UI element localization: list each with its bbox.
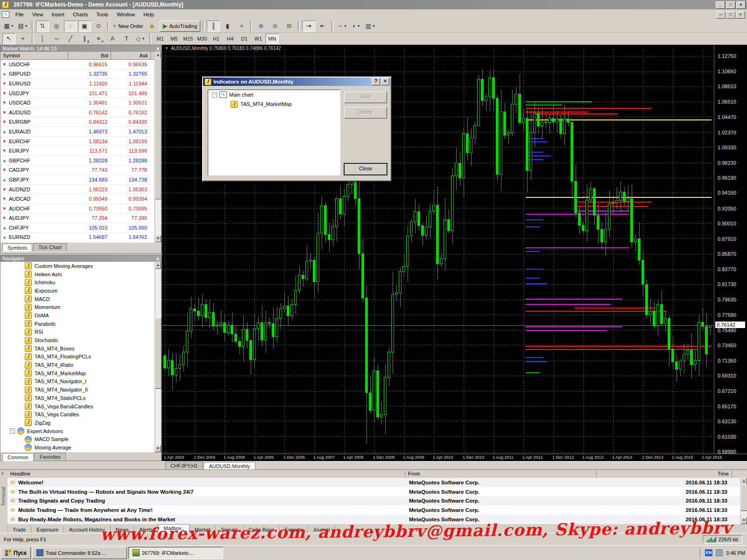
menu-window[interactable]: Window [113,10,139,19]
vertical-line-tool[interactable]: │ [36,33,49,44]
chart-tab-chfjpy-h1[interactable]: CHFJPY,H1 [165,462,203,469]
new-chart-button[interactable]: ▦▼ [2,21,15,32]
navigator-toggle[interactable]: ☆ [64,21,77,32]
templates-button[interactable]: ▥▼ [364,21,377,32]
navigator-item-macd[interactable]: fMACD [0,295,161,303]
delete-button[interactable]: Delete [344,107,387,119]
timeframe-w1[interactable]: W1 [252,34,265,44]
navigator-item-tas-vega-candles[interactable]: fTAS_Vega Candles [0,410,161,419]
mail-row[interactable]: ✉Mobile Trading — Trade from Anywhere at… [7,505,740,515]
column-headline[interactable]: Headline [7,470,405,478]
mail-row[interactable]: ✉Trading Signals and Copy TradingMetaQuo… [7,497,740,506]
terminal-tab-signals[interactable]: Signals [216,526,243,533]
timeframe-h1[interactable]: H1 [210,34,223,44]
zoom-in-button[interactable]: ⊕ [254,21,268,32]
column-time[interactable]: Time [597,470,732,478]
navigator-item-momentum[interactable]: fMomentum [0,303,161,311]
bar-chart-button[interactable]: ║ [207,21,220,32]
navigator-item-parabolic[interactable]: fParabolic [0,320,161,328]
tray-icon[interactable] [716,549,723,556]
symbol-row-eurgbp[interactable]: ▼EURGBP0.843120.84330 [0,118,161,127]
menu-charts[interactable]: Charts [69,10,92,19]
chart-tab-audusd-monthly[interactable]: AUDUSD,Monthly [204,462,255,470]
timeframe-m1[interactable]: M1 [154,34,167,44]
navigator-item-zigzag[interactable]: fZigZag [0,419,161,427]
menu-file[interactable]: File [11,10,28,19]
taskbar-app-0[interactable]: Total Commander 8.52a ... [32,547,127,559]
symbol-row-cadjpy[interactable]: ▼CADJPY77.74377.778 [0,166,161,175]
crosshair-tool[interactable]: + [16,33,29,44]
indicators-button[interactable]: ∼▼ [336,21,349,32]
navigator-item-tas-mt4-navigator-ii[interactable]: fTAS_MT4_Navigator_II [0,385,161,394]
navigator-item-tas-mt4-iratio[interactable]: fTAS_MT4_iRatio [0,361,161,369]
symbol-row-audjpy[interactable]: ▼AUDJPY77.25477.289 [0,214,161,224]
terminal-tab-account-history[interactable]: Account History [64,526,111,533]
periods-button[interactable]: ◐▼ [350,21,363,32]
new-order-button[interactable]: +New Order [112,21,145,32]
profiles-button[interactable]: ▤▼ [16,21,29,32]
navigator-close-icon[interactable]: x [156,256,159,261]
symbol-row-euraud[interactable]: ▲EURAUD1.469731.47013 [0,127,161,137]
menu-help[interactable]: Help [139,10,158,19]
timeframe-mn[interactable]: MN [266,34,279,44]
tree-root-label[interactable]: Main chart [229,92,253,98]
navigator-item-ichimoku[interactable]: fIchimoku [0,278,161,287]
tab-tick-chart[interactable]: Tick Chart [33,243,67,251]
timeframe-m5[interactable]: M5 [168,34,181,44]
navigator-item-tas-vega-bars-candles[interactable]: fTAS_Vega Bars&Candles [0,402,161,411]
symbol-row-eurcad[interactable]: ▼EURCAD1.460461.46091 [0,242,161,243]
navigator-item-tas-mt4-staticpcls[interactable]: fTAS_MT4_StaticPCLs [0,394,161,402]
navigator-scrollbar[interactable]: ▲ ▼ [155,262,161,452]
terminal-toggle[interactable]: ▣ [78,21,91,32]
symbol-row-eurjpy[interactable]: ▼EURJPY113.571113.596 [0,146,161,156]
symbol-row-usdchf[interactable]: ▼USDCHF0.966150.96635 [0,60,161,70]
tab-common[interactable]: Common [2,453,34,461]
trendline-tool[interactable]: ╱ [64,33,77,44]
taskbar-app-1[interactable]: 267769: IFCMarkets-... [128,547,223,559]
minimize-button[interactable]: _ [716,1,725,9]
symbol-row-gbpjpy[interactable]: ▲GBPJPY134.683134.738 [0,175,161,185]
mail-row[interactable]: ✉Welcome!MetaQuotes Software Corp.2016.0… [7,478,740,487]
navigator-item-osma[interactable]: fOsMA [0,311,161,320]
text-tool[interactable]: A [106,33,119,44]
terminal-tab-exposure[interactable]: Exposure [31,526,63,533]
column-from[interactable]: From [405,470,597,478]
market-watch-close-icon[interactable]: x [156,46,159,51]
mdi-restore-button[interactable]: □ [726,11,735,19]
line-chart-button[interactable]: ≈ [235,21,248,32]
shapes-tool[interactable]: ◇▼ [134,33,147,44]
label-tool[interactable]: T [120,33,133,44]
cursor-tool[interactable]: ↖ [2,33,15,44]
navigator-item-tas-mt4-marketmap[interactable]: fTAS_MT4_MarketMap [0,369,161,378]
navigator-item-moving-average[interactable]: Moving Average [0,443,161,452]
timeframe-m30[interactable]: M30 [196,34,209,44]
navigator-item-macd-sample[interactable]: MACD Sample [0,435,161,443]
restore-button[interactable]: □ [726,1,735,9]
fibonacci-tool[interactable]: ≡F [92,33,105,44]
language-indicator[interactable]: EN [705,549,712,556]
symbol-row-gbpusd[interactable]: ▲GBPUSD1.327351.32755 [0,70,161,79]
terminal-tab-mailbox[interactable]: Mailbox7 [158,524,189,533]
tree-collapse-icon[interactable]: − [212,92,217,98]
mail-row[interactable]: ✉The Built-in Virtual Hosting — Robots a… [7,487,740,497]
tree-child-label[interactable]: TAS_MT4_MarketMap [240,101,292,107]
mail-row[interactable]: ✉Buy Ready-Made Robots, Magazines and Bo… [7,515,740,524]
symbol-row-audusd[interactable]: ▼AUDUSD0.761420.76162 [0,108,161,118]
time-scale[interactable]: 1 Apr 20041 Dec 20041 Aug 20051 Apr 2006… [162,454,747,462]
auto-scroll-toggle[interactable]: ⇥ [302,21,315,32]
tab-favorites[interactable]: Favorites [35,453,66,461]
dialog-close-icon[interactable]: × [381,78,389,85]
navigator-item-tas-mt4-navigator-i[interactable]: fTAS_MT4_Navigator_I [0,378,161,386]
navigator-item-tas-mt4-floatingpcls[interactable]: fTAS_MT4_FloatingPCLs [0,353,161,361]
collapse-arrow-icon[interactable]: ▼ [165,46,169,50]
navigator-item-custom-moving-averages[interactable]: fCustom Moving Averages [0,262,161,270]
tile-windows-button[interactable]: ⊞ [282,21,296,32]
close-button[interactable]: × [736,1,746,9]
navigator-item-rsi[interactable]: fRSI [0,328,161,336]
data-window-button[interactable]: ◎ [50,21,63,32]
mdi-minimize-button[interactable]: ─ [716,11,726,19]
tab-symbols[interactable]: Symbols [2,244,32,252]
candlestick-button[interactable]: ▮ [221,21,234,32]
terminal-tab-code-base[interactable]: Code Base [244,526,280,533]
strategy-tester-button[interactable]: ⊙ [92,21,105,32]
